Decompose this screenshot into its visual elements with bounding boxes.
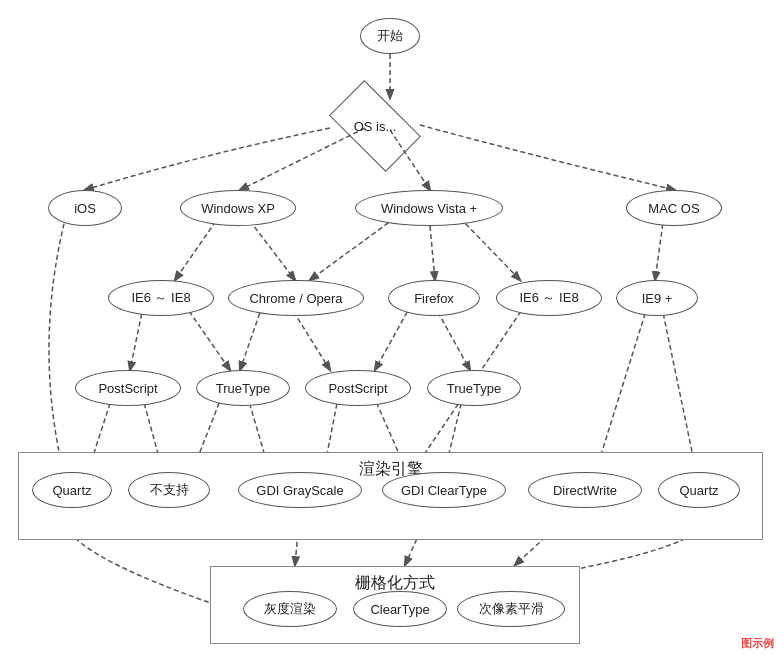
node-tt-right: TrueType bbox=[427, 370, 521, 406]
node-no-support: 不支持 bbox=[128, 472, 210, 508]
diagram: 渲染引擎 栅格化方式 开始 OS is... iOS Windows XP Wi… bbox=[0, 0, 780, 655]
node-os: OS is... bbox=[330, 98, 420, 154]
render-engine-title: 渲染引擎 bbox=[19, 459, 762, 480]
watermark: 图示例 bbox=[741, 636, 774, 651]
node-gdi-gray: GDI GrayScale bbox=[238, 472, 362, 508]
node-quartz-right: Quartz bbox=[658, 472, 740, 508]
node-ps-left: PostScript bbox=[75, 370, 181, 406]
node-ie9plus: IE9 + bbox=[616, 280, 698, 316]
node-firefox: Firefox bbox=[388, 280, 480, 316]
node-ie68-right: IE6 ～ IE8 bbox=[496, 280, 602, 316]
node-chrome-opera: Chrome / Opera bbox=[228, 280, 364, 316]
node-gray-render: 灰度渲染 bbox=[243, 591, 337, 627]
node-cleartype: ClearType bbox=[353, 591, 447, 627]
node-tt-left: TrueType bbox=[196, 370, 290, 406]
svg-line-6 bbox=[310, 218, 395, 280]
node-ios: iOS bbox=[48, 190, 122, 226]
node-ps-right: PostScript bbox=[305, 370, 411, 406]
node-winxp: Windows XP bbox=[180, 190, 296, 226]
node-subpixel: 次像素平滑 bbox=[457, 591, 565, 627]
node-macos: MAC OS bbox=[626, 190, 722, 226]
svg-line-5 bbox=[460, 218, 520, 280]
svg-line-4 bbox=[430, 226, 435, 280]
node-winvista: Windows Vista + bbox=[355, 190, 503, 226]
node-ie68-left: IE6 ～ IE8 bbox=[108, 280, 214, 316]
node-gdi-clear: GDI ClearType bbox=[382, 472, 506, 508]
node-directwrite: DirectWrite bbox=[528, 472, 642, 508]
node-start: 开始 bbox=[360, 18, 420, 54]
node-quartz-left: Quartz bbox=[32, 472, 112, 508]
